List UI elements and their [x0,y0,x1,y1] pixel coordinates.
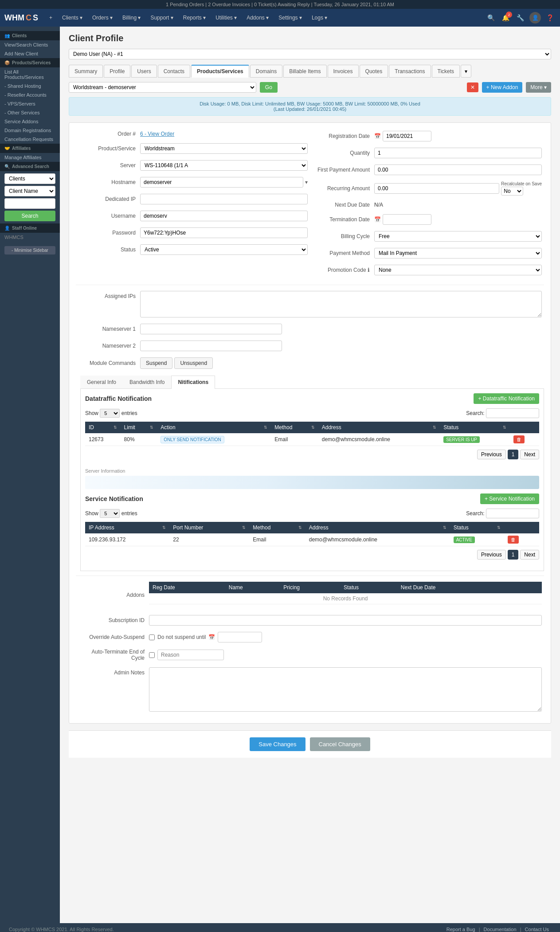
sidebar-item-vps-servers[interactable]: - VPS/Servers [0,99,60,108]
new-addon-button[interactable]: + New Addon [482,82,523,93]
advanced-search-input[interactable] [4,198,55,209]
hostname-input[interactable] [140,177,303,188]
calendar-icon-suspend[interactable]: 📅 [208,634,215,640]
sidebar-item-other-services[interactable]: - Other Services [0,108,60,117]
nav-utilities[interactable]: Utilities ▾ [211,12,241,23]
footer-documentation[interactable]: Documentation [484,927,517,932]
suspend-until-date-input[interactable] [218,632,262,642]
datatraffic-entries-select[interactable]: 51025 [100,409,120,418]
tab-billable-items[interactable]: Billable Items [283,65,326,78]
nav-support[interactable]: Support ▾ [146,12,177,23]
sidebar-item-add-new-client[interactable]: Add New Client [0,49,60,58]
sidebar-item-manage-affiliates[interactable]: Manage Affiliates [0,153,60,162]
auto-terminate-reason-input[interactable] [157,650,224,660]
nav-billing[interactable]: Billing ▾ [118,12,145,23]
auto-terminate-checkbox[interactable] [149,652,155,658]
nav-clients[interactable]: Clients ▾ [58,12,87,23]
col-id[interactable]: ID ⇅ [85,422,121,433]
product-service-select[interactable]: Worldstream [140,143,308,154]
billing-cycle-select[interactable]: Free [374,231,542,242]
status-select[interactable]: Active [140,244,308,255]
tab-quotes[interactable]: Quotes [360,65,388,78]
nav-settings[interactable]: Settings ▾ [274,12,306,23]
tab-invoices[interactable]: Invoices [328,65,359,78]
service-entries-select[interactable]: 51025 [100,509,120,518]
footer-report-bug[interactable]: Report a Bug [446,927,475,932]
recurring-amount-input[interactable] [374,183,499,194]
tab-more-button[interactable]: ▾ [461,65,471,78]
sidebar-item-shared-hosting[interactable]: - Shared Hosting [0,82,60,90]
sidebar-item-cancellation-requests[interactable]: Cancellation Requests [0,135,60,144]
svc-next-page-button[interactable]: Next [520,550,539,560]
sidebar-item-service-addons[interactable]: Service Addons [0,117,60,126]
tab-users[interactable]: Users [131,65,157,78]
assigned-ips-textarea[interactable] [140,291,542,317]
termination-calendar-icon[interactable]: 📅 [374,216,381,223]
svc-prev-page-button[interactable]: Previous [477,550,506,560]
nameserver1-input[interactable] [140,324,282,334]
sidebar-item-list-products[interactable]: List All Products/Services [0,67,60,82]
dedicated-ip-input[interactable] [140,194,308,204]
tools-icon-button[interactable]: 🔧 [515,12,526,23]
sidebar-item-reseller-accounts[interactable]: - Reseller Accounts [0,90,60,99]
col-address[interactable]: Address ⇅ [318,422,440,433]
sidebar-item-view-search-clients[interactable]: View/Search Clients [0,40,60,49]
minimize-sidebar-button[interactable]: - Minimise Sidebar [4,246,55,255]
service-selector-dropdown[interactable]: Worldstream - demoserver [69,82,256,93]
col-svc-address[interactable]: Address ⇅ [305,522,450,533]
save-changes-button[interactable]: Save Changes [250,737,305,751]
unsuspend-button[interactable]: Unsuspend [174,357,213,369]
tab-products-services[interactable]: Products/Services [191,65,249,78]
col-action[interactable]: Action ⇅ [157,422,271,433]
inner-tab-bandwidth-info[interactable]: Bandwidth Info [123,376,171,388]
sidebar-item-domain-registrations[interactable]: Domain Registrations [0,126,60,135]
tab-contacts[interactable]: Contacts [158,65,190,78]
tab-summary[interactable]: Summary [69,65,103,78]
payment-method-select[interactable]: Mail In Payment [374,248,542,258]
search-icon-button[interactable]: 🔍 [486,12,497,23]
hostname-dropdown-icon[interactable]: ▾ [305,179,308,185]
service-delete-button[interactable]: ✕ [467,82,478,92]
advanced-search-button[interactable]: Search [4,211,55,221]
nav-reports[interactable]: Reports ▾ [179,12,210,23]
service-search-input[interactable] [486,509,539,518]
user-avatar[interactable]: 👤 [529,12,541,23]
admin-notes-textarea[interactable] [149,667,542,712]
override-auto-suspend-checkbox[interactable] [149,634,155,640]
nav-logs[interactable]: Logs ▾ [307,12,332,23]
tab-transactions[interactable]: Transactions [389,65,431,78]
suspend-button[interactable]: Suspend [140,357,172,369]
nav-add-button[interactable]: + [45,12,57,23]
cancel-changes-button[interactable]: Cancel Changes [310,737,370,751]
notifications-icon-button[interactable]: 🔔 2 [500,12,511,23]
nameserver2-input[interactable] [140,341,282,351]
next-page-button[interactable]: Next [520,450,539,459]
tab-domains[interactable]: Domains [250,65,282,78]
add-service-notification-button[interactable]: + Service Notification [480,493,539,504]
svc-page-1-button[interactable]: 1 [508,550,519,560]
registration-date-input[interactable] [383,131,431,141]
advanced-search-field[interactable]: Client Name [4,186,55,196]
col-svc-method[interactable]: Method ⇅ [249,522,305,533]
nav-orders[interactable]: Orders ▾ [88,12,117,23]
order-number-link[interactable]: 6 - View Order [140,131,174,137]
col-svc-status[interactable]: Status ⇅ [450,522,505,533]
tab-tickets[interactable]: Tickets [432,65,460,78]
inner-tab-general-info[interactable]: General Info [80,376,123,388]
recalculate-select[interactable]: NoYes [501,187,523,196]
footer-contact-us[interactable]: Contact Us [525,927,549,932]
tab-profile[interactable]: Profile [104,65,130,78]
delete-row-button[interactable]: 🗑 [513,435,525,443]
prev-page-button[interactable]: Previous [477,450,506,459]
service-more-button[interactable]: More ▾ [526,82,551,93]
datatraffic-search-input[interactable] [486,408,539,418]
service-go-button[interactable]: Go [260,82,278,93]
inner-tab-notifications[interactable]: Nitifications [171,376,215,389]
client-selector-dropdown[interactable]: Demo User (NA) - #1 [69,49,551,59]
quantity-input[interactable] [374,148,542,158]
termination-date-input[interactable] [383,214,431,225]
col-limit[interactable]: Limit ⇅ [121,422,157,433]
advanced-search-type[interactable]: Clients [4,173,55,184]
password-input[interactable] [140,227,308,238]
col-port[interactable]: Port Number ⇅ [169,522,249,533]
